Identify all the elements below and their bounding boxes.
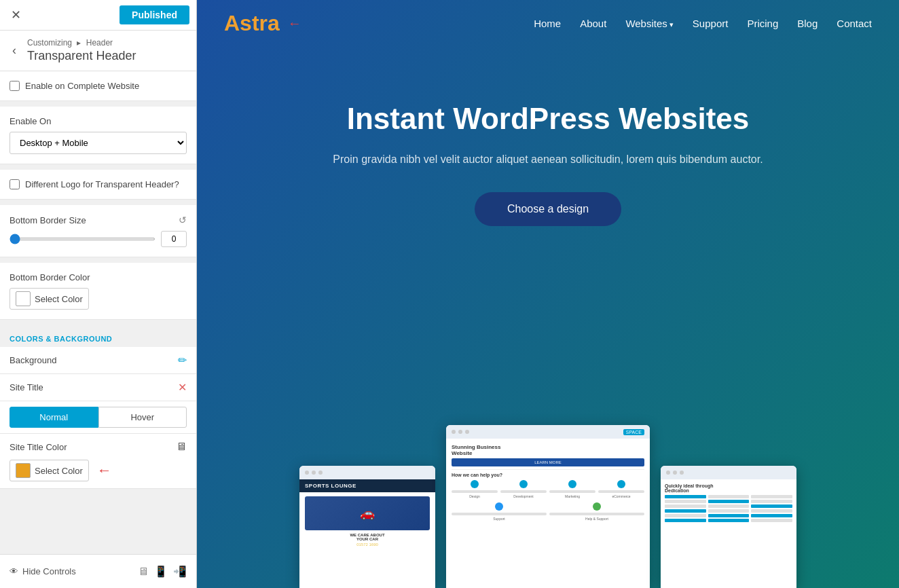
sc-main-header-bar: SPACE — [446, 425, 650, 439]
sc-main-divider — [452, 469, 644, 470]
sc-col-dev-line — [500, 490, 547, 493]
screenshot-main-card: SPACE Stunning BusinessWebsite LEARN MOR… — [446, 425, 650, 588]
different-logo-checkbox[interactable] — [10, 179, 20, 189]
left-panel: ✕ Published ‹ Customizing ▸ Header Trans… — [0, 0, 197, 588]
breadcrumb-content: Customizing ▸ Header Transparent Header — [27, 38, 136, 63]
hero-subtitle: Proin gravida nibh vel velit auctor aliq… — [310, 151, 786, 168]
eye-icon: 👁 — [10, 566, 18, 576]
sc-table-dot-3 — [680, 471, 684, 475]
sc-col-ecom: eCommerce — [598, 480, 644, 498]
sc-main-title: Stunning BusinessWebsite — [452, 444, 644, 456]
site-title-color-select-button[interactable]: Select Color — [10, 460, 89, 481]
sc-sports-title: SPORTS LOUNGE — [305, 483, 430, 489]
breadcrumb: Customizing ▸ Header — [27, 38, 136, 48]
breadcrumb-customizing: Customizing — [27, 38, 72, 48]
sc-table-header-bar — [661, 466, 796, 479]
enable-complete-label: Enable on Complete Website — [25, 81, 139, 91]
sc-col-mkt-icon — [568, 480, 576, 488]
nav-about[interactable]: About — [580, 18, 606, 29]
sc-col-dev-icon — [519, 480, 528, 488]
sc-main-dot-1 — [452, 430, 456, 434]
tab-hover[interactable]: Hover — [98, 407, 187, 428]
device-icons: 🖥 📱 📲 — [138, 565, 187, 578]
nav-pricing[interactable]: Pricing — [747, 18, 778, 29]
nav-support[interactable]: Support — [693, 18, 729, 29]
site-title-color-swatch — [16, 463, 31, 478]
hide-controls-button[interactable]: 👁 Hide Controls — [10, 566, 76, 576]
enable-complete-row[interactable]: Enable on Complete Website — [10, 81, 187, 91]
sc-col-design-icon — [471, 480, 479, 488]
back-button[interactable]: ‹ — [8, 42, 20, 59]
bottom-border-color-section: Bottom Border Color Select Color — [0, 263, 196, 320]
sc-col-design: Design — [452, 480, 498, 498]
border-color-swatch — [16, 291, 31, 306]
monitor-icon: 🖥 — [176, 441, 187, 453]
screenshots-row: SPORTS LOUNGE 🚗 WE CARE ABOUTYOUR CAR 01… — [197, 411, 899, 588]
sc-dot-1 — [305, 471, 309, 475]
desktop-icon-button[interactable]: 🖥 — [138, 565, 149, 578]
border-slider-row: 0 — [10, 231, 187, 247]
sc-main-badge: SPACE — [623, 429, 644, 435]
enable-on-section: Enable On Desktop + Mobile Desktop Only … — [0, 107, 196, 164]
close-button[interactable]: ✕ — [7, 6, 25, 24]
sc-col-ecom-icon — [617, 480, 625, 488]
site-title-color-section: Site Title Color 🖥 Select Color ← — [0, 434, 196, 489]
border-color-select-label: Select Color — [35, 294, 83, 304]
sc-dot-3 — [318, 471, 323, 475]
logo-arrow: ← — [288, 16, 301, 31]
sc-col-design-line — [452, 490, 498, 493]
site-title-label: Site Title — [10, 382, 43, 392]
border-color-select-button[interactable]: Select Color — [10, 288, 89, 310]
sc-main-cta: LEARN MORE — [452, 458, 644, 466]
different-logo-section: Different Logo for Transparent Header? — [0, 170, 196, 200]
arrow-indicator: ← — [97, 462, 112, 479]
enable-on-label: Enable On — [10, 116, 187, 126]
nav-blog[interactable]: Blog — [797, 18, 818, 29]
different-logo-row[interactable]: Different Logo for Transparent Header? — [10, 179, 187, 189]
right-preview: Astra ← Home About Websites Support Pric… — [197, 0, 899, 588]
site-title-color-select-label: Select Color — [35, 466, 83, 476]
nav-contact[interactable]: Contact — [837, 18, 872, 29]
nav-websites[interactable]: Websites — [625, 18, 673, 29]
hero-section: Instant WordPress Websites Proin gravida… — [197, 47, 899, 267]
background-row: Background ✏ — [0, 347, 196, 374]
sc-table-dot-2 — [673, 471, 677, 475]
panel-content: Enable on Complete Website Enable On Des… — [0, 71, 196, 588]
enable-on-select[interactable]: Desktop + Mobile Desktop Only Mobile Onl… — [10, 132, 187, 154]
sc-main-cta-text: LEARN MORE — [534, 460, 562, 464]
sc-sports-title-bar: SPORTS LOUNGE — [299, 479, 435, 492]
bottom-border-size-label: Bottom Border Size — [10, 215, 86, 225]
enable-complete-checkbox[interactable] — [10, 81, 20, 91]
sc-col-mkt: Marketing — [549, 480, 595, 498]
tab-normal[interactable]: Normal — [10, 407, 98, 428]
breadcrumb-separator: ▸ — [77, 38, 81, 48]
sc-how-title: How we can help you? — [452, 473, 644, 477]
border-reset-button[interactable]: ↺ — [179, 215, 187, 225]
tablet-icon-button[interactable]: 📱 — [154, 565, 168, 578]
background-edit-button[interactable]: ✏ — [178, 354, 187, 367]
sc-col-mkt-line — [549, 490, 595, 493]
site-title-close-button[interactable]: ✕ — [178, 381, 187, 394]
border-size-slider[interactable] — [10, 238, 155, 240]
bottom-border-section: Bottom Border Size ↺ 0 — [0, 205, 196, 257]
bottom-bar: 👁 Hide Controls 🖥 📱 📲 — [0, 554, 196, 588]
background-label: Background — [10, 355, 56, 365]
site-title-color-header: Site Title Color 🖥 — [10, 441, 187, 453]
sc-table-rows — [665, 495, 792, 522]
screenshot-sports-card: SPORTS LOUNGE 🚗 WE CARE ABOUTYOUR CAR 01… — [299, 466, 435, 588]
colors-background-heading: COLORS & BACKGROUND — [0, 325, 196, 347]
site-title-color-label: Site Title Color — [10, 442, 67, 452]
top-bar: ✕ Published — [0, 0, 196, 31]
cta-button[interactable]: Choose a design — [475, 192, 621, 226]
sc-main-dot-2 — [458, 430, 462, 434]
preview-nav: Astra ← Home About Websites Support Pric… — [197, 0, 899, 47]
tab-row: Normal Hover — [0, 401, 196, 434]
published-button[interactable]: Published — [120, 5, 189, 24]
border-size-input[interactable]: 0 — [161, 231, 187, 247]
breadcrumb-section: ‹ Customizing ▸ Header Transparent Heade… — [0, 31, 196, 71]
mobile-icon-button[interactable]: 📲 — [173, 565, 187, 578]
hero-title: Instant WordPress Websites — [224, 101, 872, 137]
sc-dot-2 — [312, 471, 316, 475]
sc-col-dev: Development — [500, 480, 547, 498]
nav-home[interactable]: Home — [534, 18, 561, 29]
